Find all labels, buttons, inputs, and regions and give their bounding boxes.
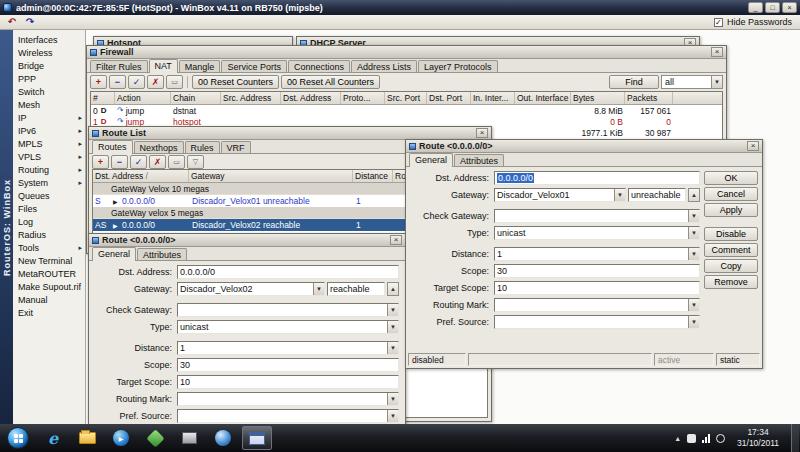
tab-rules[interactable]: Rules — [185, 141, 220, 153]
chevron-down-icon[interactable]: ▼ — [387, 410, 398, 422]
sidebar-item-switch[interactable]: Switch — [13, 85, 85, 98]
column-header-dst-address[interactable]: Dst. Address / — [93, 170, 189, 182]
chevron-down-icon[interactable]: ▼ — [387, 304, 398, 316]
chevron-down-icon[interactable]: ▼ — [688, 316, 699, 328]
enable-button[interactable]: ✓ — [130, 155, 147, 169]
tab-attributes[interactable]: Attributes — [137, 248, 187, 260]
column-header-dst-address[interactable]: Dst. Address — [281, 92, 341, 104]
sidebar-item-ppp[interactable]: PPP — [13, 72, 85, 85]
sidebar-item-exit[interactable]: Exit — [13, 306, 85, 319]
sidebar-item-bridge[interactable]: Bridge — [13, 59, 85, 72]
routing-mark-dropdown[interactable]: ▼ — [177, 392, 399, 406]
taskbar-browser-button[interactable] — [208, 426, 238, 450]
scope-input[interactable]: 30 — [177, 358, 399, 372]
redo-button[interactable]: ↷ — [22, 16, 38, 28]
clock[interactable]: 17:34 31/10/2011 — [731, 427, 785, 448]
tab-general[interactable]: General — [92, 247, 136, 261]
sidebar-item-make-supout[interactable]: Make Supout.rif — [13, 280, 85, 293]
sidebar-item-routing[interactable]: Routing▸ — [13, 163, 85, 176]
sidebar-item-manual[interactable]: Manual — [13, 293, 85, 306]
chevron-down-icon[interactable]: ▼ — [387, 342, 398, 354]
sidebar-item-ipv6[interactable]: IPv6▸ — [13, 124, 85, 137]
tab-layer7[interactable]: Layer7 Protocols — [418, 60, 498, 72]
close-icon[interactable]: × — [476, 128, 488, 138]
sidebar-item-vpls[interactable]: VPLS▸ — [13, 150, 85, 163]
distance-input[interactable]: 1▼ — [177, 341, 399, 355]
column-header-packets[interactable]: Packets — [625, 92, 673, 104]
taskbar-app-button[interactable] — [140, 426, 170, 450]
type-dropdown[interactable]: unicast▼ — [494, 226, 700, 240]
disable-button[interactable]: ✗ — [149, 155, 166, 169]
add-gateway-button[interactable]: ▲ — [387, 282, 399, 296]
dst-address-input[interactable]: 0.0.0.0/0 — [494, 171, 700, 185]
chevron-down-icon[interactable]: ▼ — [387, 393, 398, 405]
chain-filter-dropdown[interactable]: all ▼ — [661, 75, 723, 89]
remove-button[interactable]: − — [111, 155, 128, 169]
gateway-input[interactable]: Discador_Velox01▼ — [494, 188, 626, 202]
column-header-out-interface[interactable]: Out. Interface — [515, 92, 571, 104]
tab-connections[interactable]: Connections — [288, 60, 350, 72]
sidebar-item-mpls[interactable]: MPLS▸ — [13, 137, 85, 150]
copy-button[interactable]: Copy — [704, 259, 758, 273]
sidebar-item-ip[interactable]: IP▸ — [13, 111, 85, 124]
route-dialog-titlebar[interactable]: Route <0.0.0.0/0> × — [89, 234, 405, 247]
undo-button[interactable]: ↶ — [4, 16, 20, 28]
chevron-down-icon[interactable]: ▼ — [688, 248, 699, 260]
check-gateway-dropdown[interactable]: ▼ — [494, 209, 700, 223]
close-icon[interactable]: × — [711, 47, 723, 57]
sidebar-item-wireless[interactable]: Wireless — [13, 46, 85, 59]
minimize-button[interactable]: _ — [748, 2, 763, 13]
tab-filter-rules[interactable]: Filter Rules — [90, 60, 148, 72]
filter-button[interactable]: ▽ — [187, 155, 204, 169]
window-titlebar[interactable]: admin@00:0C:42:7E:85:5F (HotSpot) - WinB… — [0, 0, 800, 15]
target-scope-input[interactable]: 10 — [177, 375, 399, 389]
firewall-rule-row[interactable]: 0D ↷jump dstnat 8.8 MiB 157 061 — [91, 105, 722, 116]
remove-button[interactable]: Remove — [704, 275, 758, 289]
tab-service-ports[interactable]: Service Ports — [221, 60, 287, 72]
sidebar-item-interfaces[interactable]: Interfaces — [13, 33, 85, 46]
add-button[interactable]: + — [90, 75, 107, 89]
hide-passwords-checkbox[interactable]: ✓ — [714, 18, 723, 27]
tab-general[interactable]: General — [409, 153, 453, 167]
ok-button[interactable]: OK — [704, 171, 758, 185]
tray-icon[interactable] — [687, 434, 696, 443]
chevron-down-icon[interactable]: ▼ — [688, 299, 699, 311]
route-dialog-titlebar[interactable]: Route <0.0.0.0/0> × — [406, 140, 762, 153]
find-button[interactable]: Find — [609, 75, 659, 89]
comment-button[interactable]: Comment — [704, 243, 758, 257]
chevron-down-icon[interactable]: ▼ — [688, 227, 699, 239]
column-header-chain[interactable]: Chain — [171, 92, 221, 104]
comment-button[interactable]: ▭ — [166, 75, 183, 89]
show-desktop-button[interactable] — [791, 424, 799, 452]
column-header-gateway[interactable]: Gateway — [189, 170, 353, 182]
sidebar-item-log[interactable]: Log — [13, 215, 85, 228]
tab-attributes[interactable]: Attributes — [454, 154, 504, 166]
maximize-button[interactable]: □ — [765, 2, 780, 13]
scope-input[interactable]: 30 — [494, 264, 700, 278]
tray-expand-icon[interactable]: ▲ — [674, 435, 681, 442]
add-gateway-button[interactable]: ▲ — [688, 188, 700, 202]
enable-button[interactable]: ✓ — [128, 75, 145, 89]
dst-address-input[interactable]: 0.0.0.0/0 — [177, 265, 399, 279]
remove-button[interactable]: − — [109, 75, 126, 89]
tab-nat[interactable]: NAT — [149, 59, 178, 73]
column-header-in-interface[interactable]: In. Inter... — [471, 92, 515, 104]
pref-source-dropdown[interactable]: ▼ — [494, 315, 700, 329]
distance-input[interactable]: 1▼ — [494, 247, 700, 261]
taskbar-ie-button[interactable]: e — [38, 426, 68, 450]
expand-icon[interactable]: ▶ — [111, 198, 120, 205]
reset-all-counters-button[interactable]: 00 Reset All Counters — [281, 75, 380, 89]
tab-routes[interactable]: Routes — [92, 140, 133, 154]
apply-button[interactable]: Apply — [704, 203, 758, 217]
taskbar-app-button-2[interactable] — [174, 426, 204, 450]
taskbar-winbox-button[interactable] — [242, 426, 272, 450]
sidebar-item-new-terminal[interactable]: New Terminal — [13, 254, 85, 267]
expand-icon[interactable]: ▶ — [111, 222, 120, 229]
chevron-down-icon[interactable]: ▼ — [614, 189, 625, 201]
volume-icon[interactable] — [716, 434, 725, 443]
chevron-down-icon[interactable]: ▼ — [688, 210, 699, 222]
pref-source-dropdown[interactable]: ▼ — [177, 409, 399, 423]
type-dropdown[interactable]: unicast▼ — [177, 320, 399, 334]
sidebar-item-mesh[interactable]: Mesh — [13, 98, 85, 111]
tab-nexthops[interactable]: Nexthops — [134, 141, 184, 153]
